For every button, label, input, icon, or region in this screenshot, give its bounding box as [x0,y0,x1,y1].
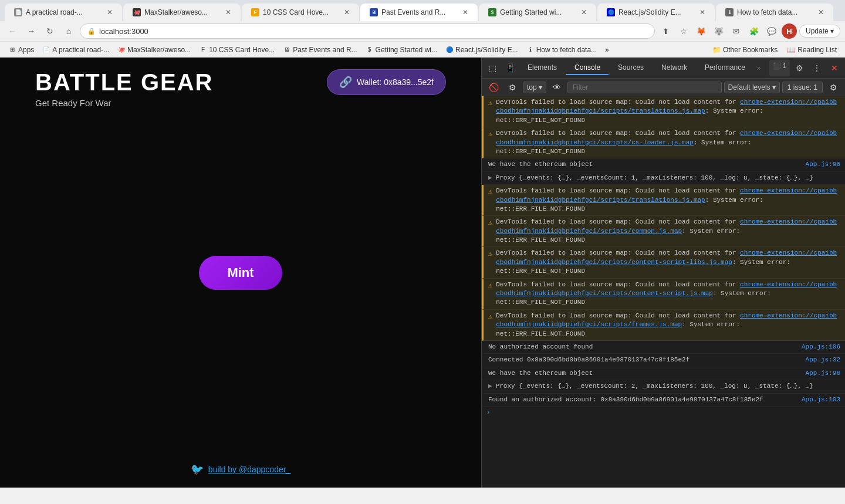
tab-title-7: How to fetch data... [737,8,814,16]
devtools-gear-button[interactable]: ⚙ [825,79,841,96]
tab-sources[interactable]: Sources [610,61,652,75]
link-7[interactable]: chrome-extension://cpaibbcbodhimfnjnakii… [496,312,837,328]
bookmark-favicon-4: 🖥 [283,46,291,54]
console-entry-log-2: No authorized account found App.js:106 [482,341,845,354]
devtools-device-button[interactable]: 📱 [502,60,518,76]
link-5[interactable]: chrome-extension://cpaibbcbodhimfnjnakii… [496,249,837,265]
bookmark-7[interactable]: ℹ How to fetch data... [523,45,600,55]
console-entry-warn-3: ⚠ DevTools failed to load source map: Co… [482,185,845,216]
address-bar[interactable]: 🔒 localhost:3000 [80,23,655,39]
levels-selector[interactable]: Default levels ▾ [724,82,780,93]
tab-console[interactable]: Console [566,61,609,75]
bookmark-label-3: 10 CSS Card Hove... [209,46,275,54]
tab-close-1[interactable]: ✕ [107,8,113,16]
mint-button[interactable]: Mint [199,256,282,290]
profile-avatar[interactable]: H [782,23,797,39]
tab-close-3[interactable]: ✕ [344,8,350,16]
bookmark-3[interactable]: F 10 CSS Card Hove... [195,45,278,55]
content-area: BATTLE GEAR Get Ready For War 🔗 Wallet: … [0,57,845,488]
footer-link[interactable]: build by @dappcoder_ [208,465,290,474]
warn-icon-5: ⚠ [488,249,492,259]
bookmark-label-1: A practical road-... [52,46,109,54]
tab-7[interactable]: ℹ How to fetch data... ✕ [716,4,833,21]
console-location-5[interactable]: App.js:103 [802,395,840,404]
tab-close-2[interactable]: ✕ [225,8,231,16]
console-text-warn-4: DevTools failed to load source map: Coul… [496,218,840,245]
bookmark-4[interactable]: 🖥 Past Events and R... [279,45,360,55]
tab-network[interactable]: Network [653,61,695,75]
tab-5[interactable]: $ Getting Started wi... ✕ [479,4,596,21]
nav-actions: ⬆ ☆ 🦊 🐺 ✉ 🧩 💬 H Update ▾ [658,23,840,39]
context-dropdown-icon: ▾ [539,83,542,92]
console-text-warn-7: DevTools failed to load source map: Coul… [496,312,840,339]
tab-2[interactable]: 🐙 MaxStalker/aweso... ✕ [123,4,241,21]
console-location-3[interactable]: App.js:32 [806,356,840,364]
devtools-menu-button[interactable]: ⋮ [809,60,825,76]
expand-arrow-2[interactable]: ▶ [488,382,492,391]
update-button[interactable]: Update ▾ [799,25,840,38]
tab-4[interactable]: 🖥 Past Events and R... ✕ [360,4,478,21]
other-bookmarks[interactable]: 📁 Other Bookmarks [709,45,781,55]
tab-1[interactable]: 📄 A practical road-... ✕ [5,4,122,21]
devtools-more-tabs[interactable]: » [755,62,763,75]
console-eye-button[interactable]: 👁 [549,79,565,96]
bookmark-apps[interactable]: ⊞ Apps [5,45,38,55]
extensions-email[interactable]: ✉ [729,23,744,39]
reading-list[interactable]: 📖 Reading List [783,45,840,55]
reload-button[interactable]: ↻ [42,23,58,39]
tab-performance[interactable]: Performance [697,61,753,75]
link-2[interactable]: chrome-extension://cpaibbcbodhimfnjnakii… [496,130,837,146]
home-button[interactable]: ⌂ [61,23,76,39]
tab-bar: 📄 A practical road-... ✕ 🐙 MaxStalker/aw… [0,0,845,21]
extensions-puzzle[interactable]: 🧩 [746,23,762,39]
bookmark-1[interactable]: 📄 A practical road-... [39,45,113,55]
console-location-1[interactable]: App.js:96 [806,160,840,169]
tab-favicon-3: F [251,8,259,16]
tab-title-5: Getting Started wi... [500,8,577,16]
wallet-button[interactable]: 🔗 Wallet: 0x8a39...5e2f [327,69,446,95]
link-3[interactable]: chrome-extension://cpaibbcbodhimfnjnakii… [496,187,837,203]
console-clear-button[interactable]: 🚫 [485,79,502,96]
folder-icon: 📁 [712,46,721,54]
app-title: BATTLE GEAR [35,69,213,96]
link-4[interactable]: chrome-extension://cpaibbcbodhimfnjnakii… [496,218,837,234]
tab-close-5[interactable]: ✕ [581,8,587,16]
console-settings-button[interactable]: ⚙ [504,79,520,96]
console-prompt[interactable]: › [482,407,845,418]
console-location-4[interactable]: App.js:96 [806,369,840,378]
tab-elements[interactable]: Elements [519,61,565,75]
tab-close-7[interactable]: ✕ [818,8,824,16]
bookmark-2[interactable]: 🐙 MaxStalker/aweso... [114,45,194,55]
link-1[interactable]: chrome-extension://cpaibbcbodhimfnjnakii… [496,99,837,114]
context-selector[interactable]: top ▾ [523,82,546,93]
extensions-metamask[interactable]: 🦊 [694,23,709,39]
bookmark-6[interactable]: 🔵 React.js/Solidity E... [442,45,522,55]
back-button[interactable]: ← [5,23,20,39]
console-text-log-5: Found an authorized account: 0x8a390d6bd… [488,395,798,404]
bookmark-5[interactable]: $ Getting Started wi... [362,45,441,55]
console-entry-warn-1: ⚠ DevTools failed to load source map: Co… [482,96,845,127]
extensions-other1[interactable]: 🐺 [711,23,726,39]
share-button[interactable]: ⬆ [658,23,674,39]
bookmark-apps-label: Apps [18,46,34,54]
link-6[interactable]: chrome-extension://cpaibbcbodhimfnjnakii… [496,281,837,297]
tab-6[interactable]: 🔵 React.js/Solidity E... ✕ [597,4,715,21]
tab-3[interactable]: F 10 CSS Card Hove... ✕ [242,4,359,21]
bookmarks-more[interactable]: » [601,45,613,55]
bookmark-label-6: React.js/Solidity E... [455,46,518,54]
tab-close-4[interactable]: ✕ [462,8,468,16]
console-entry-warn-5: ⚠ DevTools failed to load source map: Co… [482,247,845,278]
bookmarks-bar: ⊞ Apps 📄 A practical road-... 🐙 MaxStalk… [0,41,845,57]
extensions-chat[interactable]: 💬 [764,23,779,39]
expand-arrow-1[interactable]: ▶ [488,174,492,182]
filter-input[interactable] [567,82,722,93]
reading-list-label: Reading List [797,46,837,54]
console-entry-log-1: We have the ethereum object App.js:96 [482,158,845,171]
tab-close-6[interactable]: ✕ [699,8,705,16]
bookmark-button[interactable]: ☆ [676,23,691,39]
devtools-close-button[interactable]: ✕ [826,60,843,76]
devtools-inspect-button[interactable]: ⬚ [484,60,501,76]
devtools-settings-button[interactable]: ⚙ [791,60,807,76]
forward-button[interactable]: → [23,23,39,39]
console-location-2[interactable]: App.js:106 [802,343,840,351]
